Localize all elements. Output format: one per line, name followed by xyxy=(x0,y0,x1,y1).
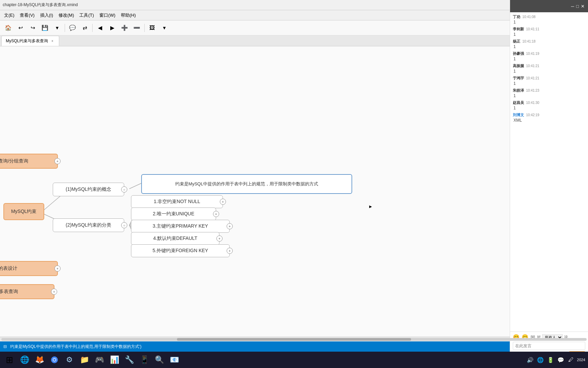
canvas-area[interactable]: MySQL约束 MySQL的分页查询/分组查询 + (1)MySQL约束的概念 … xyxy=(0,46,520,337)
taskbar-chrome[interactable] xyxy=(48,353,61,367)
main-tab[interactable]: MySQL约束与多表查询 × xyxy=(1,36,59,46)
node-constraint-4[interactable]: 4.默认约束DEFAULT + xyxy=(131,232,219,245)
chat-msg-6: 于鸿宇 10:41:21 1 xyxy=(513,76,585,86)
sys-icon-4[interactable]: 💬 xyxy=(557,356,565,364)
node-division-label[interactable]: (2)MySQL约束的分类 ○ xyxy=(53,218,124,232)
chat-msg-4: 孙豪强 10:41:19 1 xyxy=(513,51,585,61)
svg-line-2 xyxy=(129,183,141,189)
cursor-indicator: ▸ xyxy=(369,203,373,207)
separator-3 xyxy=(144,24,145,32)
separator-2 xyxy=(92,24,93,32)
toolbar: 🏠 ↩ ↪ 💾 ▾ 💬 ⇄ ◀ ▶ ➕ ➖ 🖼 ▾ 💡 📤 ⬛ 🔗 xyxy=(0,20,588,35)
taskbar-app3[interactable]: 📊 xyxy=(108,353,121,367)
chat-msg-8: 赵昌吴 10:41:30 1 xyxy=(513,100,585,110)
menu-help[interactable]: 帮助(H) xyxy=(118,11,138,20)
scrollbar-thumb[interactable] xyxy=(177,338,411,341)
chat-input[interactable] xyxy=(513,342,585,350)
taskbar-edge[interactable]: 🌐 xyxy=(18,353,31,367)
toolbar-plus[interactable]: ➕ xyxy=(119,22,130,33)
horizontal-scrollbar[interactable] xyxy=(0,337,588,341)
svg-point-10 xyxy=(53,359,56,361)
expand-division[interactable]: ○ xyxy=(121,222,127,228)
sys-icon-1[interactable]: 🔊 xyxy=(526,356,534,364)
node-constraint-1[interactable]: 1.非空约束NOT NULL + xyxy=(131,195,223,208)
chat-msg-5: 高振腿 10:41:21 1 xyxy=(513,63,585,74)
node-constraint-5[interactable]: 5.外键约束FOREIGN KEY + xyxy=(131,244,230,257)
sys-icon-5[interactable]: 🖊 xyxy=(567,356,575,364)
expand-c5[interactable]: + xyxy=(227,248,233,254)
chat-header: ─ □ ✕ xyxy=(510,0,588,12)
toolbar-save[interactable]: 💾 xyxy=(39,22,50,33)
tab-label: MySQL约束与多表查询 xyxy=(6,38,48,44)
menu-window[interactable]: 窗口(W) xyxy=(97,11,118,20)
node-table-design[interactable]: MySQL的表设计 + xyxy=(0,261,58,276)
chat-maximize-icon[interactable]: □ xyxy=(576,4,579,9)
title-bar: chapter-18-MySQL约束与多表查询.xmind ─ □ ✕ xyxy=(0,0,588,10)
menu-bar: 文(E) 查看(V) 插入(I) 修改(M) 工具(T) 窗口(W) 帮助(H) xyxy=(0,10,588,20)
chat-msg-2: 李剑新 10:41:11 1 xyxy=(513,27,585,37)
expand-c1[interactable]: + xyxy=(220,199,226,205)
menu-file[interactable]: 文(E) xyxy=(1,11,17,20)
taskbar-firefox[interactable]: 🦊 xyxy=(33,353,46,367)
expand-concept[interactable]: ○ xyxy=(121,186,127,193)
taskbar-search[interactable]: 🔍 xyxy=(152,353,166,367)
toolbar-image[interactable]: 🖼 xyxy=(147,22,158,33)
status-text: 约束是MySQL中提供的作用于表中列上的规范,用于限制类中数据的方式') xyxy=(10,344,142,350)
menu-insert[interactable]: 插入(I) xyxy=(37,11,56,20)
node-constraint-desc[interactable]: 约束是MySQL中提供的作用于表中列上的规范，用于限制类中数据的方式 xyxy=(141,174,352,194)
taskbar-app2[interactable]: 🎮 xyxy=(93,353,106,367)
node-constraint-3[interactable]: 3.主键约束PRIMARY KEY + xyxy=(131,220,230,233)
taskbar-app1[interactable]: ⚙ xyxy=(63,353,76,367)
expand-multi-table[interactable]: + xyxy=(51,289,57,295)
status-bar: ⊟ 约束是MySQL中提供的作用于表中列上的规范,用于限制类中数据的方式') ─… xyxy=(0,341,588,352)
tab-close-button[interactable]: × xyxy=(50,39,55,43)
node-page-query[interactable]: MySQL的分页查询/分组查询 + xyxy=(0,154,58,169)
taskbar-files[interactable]: 📁 xyxy=(78,353,91,367)
chat-header-controls: ─ □ ✕ xyxy=(571,4,585,9)
toolbar-minus[interactable]: ➖ xyxy=(131,22,142,33)
toolbar-next[interactable]: ▶ xyxy=(107,22,118,33)
sys-icon-2[interactable]: 🌐 xyxy=(536,356,544,364)
scrollbar-track[interactable] xyxy=(1,338,587,341)
chat-input-row xyxy=(513,342,585,350)
sys-icon-3[interactable]: 🔋 xyxy=(546,356,555,364)
taskbar-app5[interactable]: 📱 xyxy=(137,353,151,367)
separator-1 xyxy=(65,24,65,32)
chat-msg-7: 朱皓泽 10:41:23 1 xyxy=(513,88,585,98)
expand-c2[interactable]: + xyxy=(213,211,219,217)
taskbar-system-tray: 🔊 🌐 🔋 💬 🖊 2024 xyxy=(526,356,585,364)
taskbar-start[interactable]: ⊞ xyxy=(3,353,16,367)
menu-modify[interactable]: 修改(M) xyxy=(56,11,77,20)
chat-msg-1: 丁劝 10:41:08 1 xyxy=(513,14,585,25)
toolbar-home[interactable]: 🏠 xyxy=(3,22,14,33)
clock: 2024 xyxy=(577,358,585,362)
node-multi-table[interactable]: MySQL的多表查询 + xyxy=(0,284,54,299)
expand-page-query[interactable]: + xyxy=(54,158,61,164)
node-constraint-2[interactable]: 2.唯一约束UNIQUE + xyxy=(131,208,216,220)
toolbar-dropdown[interactable]: ▾ xyxy=(52,22,63,33)
chat-minimize-icon[interactable]: ─ xyxy=(571,4,574,9)
taskbar: ⊞ 🌐 🦊 ⚙ 📁 🎮 📊 🔧 📱 🔍 📧 🔊 🌐 🔋 💬 🖊 2024 xyxy=(0,352,588,368)
taskbar-email[interactable]: 📧 xyxy=(167,353,181,367)
chat-close-icon[interactable]: ✕ xyxy=(581,4,585,9)
chat-panel: ─ □ ✕ 丁劝 10:41:08 1 李剑新 10:41:11 1 xyxy=(510,0,588,368)
chat-messages: 丁劝 10:41:08 1 李剑新 10:41:11 1 杨正 10:41:18… xyxy=(510,12,588,332)
tab-bar: MySQL约束与多表查询 × 📌 xyxy=(0,35,588,46)
toolbar-redo[interactable]: ↪ xyxy=(27,22,38,33)
chat-msg-9: 刘博文 10:42:19 XML xyxy=(513,112,585,123)
taskbar-app4[interactable]: 🔧 xyxy=(122,353,136,367)
menu-view[interactable]: 查看(V) xyxy=(17,11,37,20)
chat-msg-3: 杨正 10:41:18 1 xyxy=(513,39,585,49)
toolbar-img-dropdown[interactable]: ▾ xyxy=(159,22,170,33)
toolbar-prev[interactable]: ◀ xyxy=(95,22,105,33)
node-mysql-constraint[interactable]: MySQL约束 xyxy=(3,203,44,220)
expand-c4[interactable]: + xyxy=(216,235,223,242)
node-concept-label[interactable]: (1)MySQL约束的概念 ○ xyxy=(53,183,124,196)
menu-tools[interactable]: 工具(T) xyxy=(77,11,97,20)
toolbar-undo[interactable]: ↩ xyxy=(15,22,26,33)
toolbar-sync[interactable]: ⇄ xyxy=(79,22,90,33)
toolbar-chat[interactable]: 💬 xyxy=(67,22,78,33)
expand-c3[interactable]: + xyxy=(227,223,233,229)
expand-table-design[interactable]: + xyxy=(54,265,61,272)
window-title: chapter-18-MySQL约束与多表查询.xmind xyxy=(3,2,78,8)
